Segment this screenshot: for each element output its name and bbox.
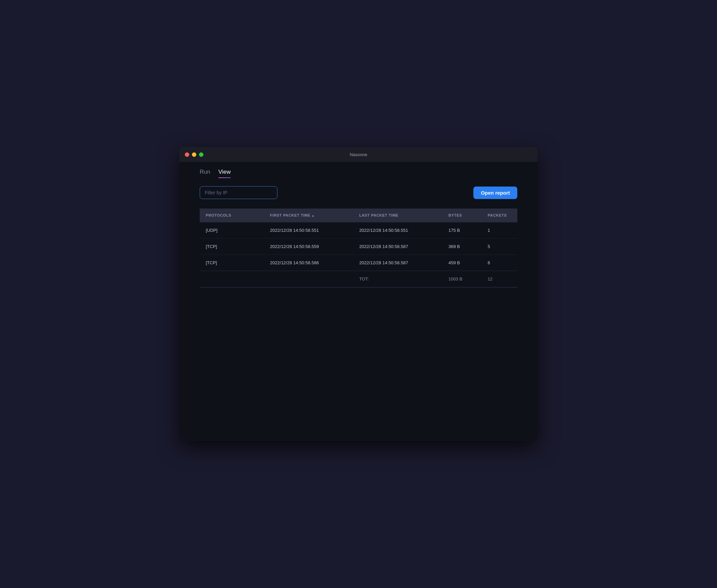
- cell-protocols: [TCP]: [200, 255, 264, 271]
- cell-packets: 5: [482, 238, 517, 255]
- col-header-bytes[interactable]: BYTES: [442, 209, 482, 222]
- window-title: Nasoone: [350, 152, 367, 157]
- table-row: [TCP] 2022/12/28 14:50:58.559 2022/12/28…: [200, 238, 517, 255]
- titlebar: Nasoone: [180, 147, 537, 162]
- col-header-first-packet-time[interactable]: FIRST PACKET TIME: [264, 209, 353, 222]
- cell-tot-packets: 12: [482, 271, 517, 287]
- divider-line: [200, 287, 517, 288]
- cell-first-packet-time: 2022/12/28 14:50:58.586: [264, 255, 353, 271]
- cell-last-packet-time: 2022/12/28 14:50:58.587: [353, 255, 442, 271]
- tab-view[interactable]: View: [218, 169, 231, 178]
- cell-protocols: [TCP]: [200, 238, 264, 255]
- data-table: PROTOCOLS FIRST PACKET TIME LAST PACKET …: [200, 209, 517, 288]
- col-header-last-packet-time[interactable]: LAST PACKET TIME: [353, 209, 442, 222]
- open-report-button[interactable]: Open report: [473, 187, 517, 199]
- cell-bytes: 369 B: [442, 238, 482, 255]
- cell-last-packet-time: 2022/12/28 14:50:58.587: [353, 238, 442, 255]
- toolbar: Open report: [200, 186, 517, 199]
- table-header: PROTOCOLS FIRST PACKET TIME LAST PACKET …: [200, 209, 517, 222]
- totals-row: TOT: 1003 B 12: [200, 271, 517, 287]
- cell-empty: [264, 271, 353, 287]
- cell-last-packet-time: 2022/12/28 14:50:58.551: [353, 222, 442, 238]
- data-table-container: PROTOCOLS FIRST PACKET TIME LAST PACKET …: [200, 209, 517, 427]
- tab-run[interactable]: Run: [200, 169, 210, 178]
- cell-packets: 6: [482, 255, 517, 271]
- minimize-button[interactable]: [192, 152, 196, 157]
- window-controls: [185, 152, 204, 157]
- cell-first-packet-time: 2022/12/28 14:50:58.559: [264, 238, 353, 255]
- cell-empty: [200, 271, 264, 287]
- col-header-packets[interactable]: PACKETS: [482, 209, 517, 222]
- table-body: [UDP] 2022/12/28 14:50:58.551 2022/12/28…: [200, 222, 517, 288]
- cell-bytes: 459 B: [442, 255, 482, 271]
- cell-first-packet-time: 2022/12/28 14:50:58.551: [264, 222, 353, 238]
- close-button[interactable]: [185, 152, 189, 157]
- table-row: [UDP] 2022/12/28 14:50:58.551 2022/12/28…: [200, 222, 517, 238]
- main-content: Run View Open report PROTOCOLS FIRST PAC…: [180, 162, 537, 441]
- col-header-protocols[interactable]: PROTOCOLS: [200, 209, 264, 222]
- maximize-button[interactable]: [199, 152, 204, 157]
- header-row: PROTOCOLS FIRST PACKET TIME LAST PACKET …: [200, 209, 517, 222]
- table-row: [TCP] 2022/12/28 14:50:58.586 2022/12/28…: [200, 255, 517, 271]
- cell-tot-bytes: 1003 B: [442, 271, 482, 287]
- app-window: Nasoone Run View Open report PROTOCOLS F…: [180, 147, 537, 441]
- cell-packets: 1: [482, 222, 517, 238]
- tab-bar: Run View: [200, 169, 517, 178]
- table-divider: [200, 287, 517, 288]
- cell-tot-label: TOT:: [353, 271, 442, 287]
- cell-protocols: [UDP]: [200, 222, 264, 238]
- filter-input[interactable]: [200, 186, 277, 199]
- cell-bytes: 175 B: [442, 222, 482, 238]
